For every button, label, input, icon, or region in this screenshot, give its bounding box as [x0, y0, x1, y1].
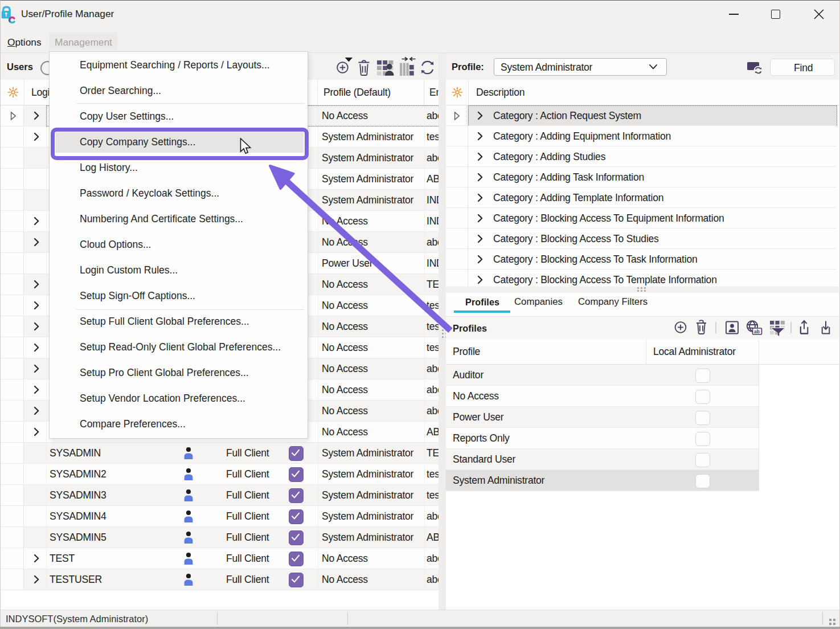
svg-text:ab: ab: [754, 329, 760, 334]
